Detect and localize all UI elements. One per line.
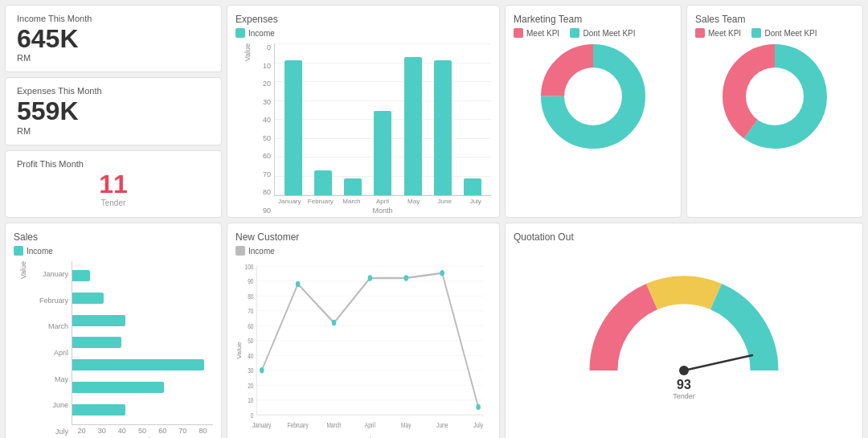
new-customer-title: New Customer bbox=[235, 231, 491, 243]
sales-hbars bbox=[72, 261, 213, 425]
x-label-June: June bbox=[429, 198, 461, 205]
hbar-row-3 bbox=[72, 335, 213, 350]
svg-text:Tender: Tender bbox=[673, 392, 695, 399]
svg-text:20: 20 bbox=[248, 382, 253, 390]
bar-1 bbox=[314, 170, 332, 196]
hbar-2 bbox=[72, 315, 125, 326]
x-label-July: July bbox=[460, 198, 491, 205]
quotation-card: Quotation Out bbox=[505, 223, 863, 438]
income-label: Income This Month bbox=[17, 14, 210, 23]
hbar-row-5 bbox=[72, 380, 213, 395]
x-label-January: January bbox=[274, 198, 305, 205]
sales-team-donut-svg bbox=[719, 40, 831, 153]
sales-chart-legend: Income bbox=[14, 246, 53, 256]
sales-meet-label: Meet KPI bbox=[708, 29, 741, 38]
hbar-5 bbox=[72, 382, 164, 393]
bar-col-1 bbox=[314, 43, 332, 195]
quotation-gauge-svg: 93 Tender bbox=[563, 246, 805, 399]
bar-3 bbox=[374, 111, 391, 195]
hbar-x-tick-40: 40 bbox=[118, 427, 126, 435]
expenses-bars-group bbox=[274, 43, 491, 196]
svg-text:0: 0 bbox=[251, 411, 254, 420]
hbar-y-July: July bbox=[31, 428, 68, 436]
expenses-chart-title: Expenses bbox=[235, 14, 491, 25]
hbar-x-tick-50: 50 bbox=[138, 427, 146, 435]
hbar-y-May: May bbox=[31, 375, 68, 383]
sales-chart-legend-label: Income bbox=[27, 247, 53, 256]
expenses-bar-chart: Value 9080706050403020100 JanuaryFebruar… bbox=[235, 43, 491, 215]
sales-dont-label: Dont Meet KPI bbox=[764, 29, 817, 38]
bar-4 bbox=[404, 57, 422, 195]
income-card: Income This Month 645K RM bbox=[5, 5, 222, 72]
expenses-label: Expenses This Month bbox=[17, 86, 210, 96]
profit-card: Profit This Month 11 Tender bbox=[5, 150, 222, 218]
svg-text:10: 10 bbox=[248, 397, 253, 405]
expenses-legend-dot bbox=[235, 28, 245, 38]
hbar-1 bbox=[72, 293, 104, 304]
expenses-unit: RM bbox=[17, 126, 210, 136]
hbar-row-2 bbox=[72, 313, 213, 328]
sales-meet-legend: Meet KPI bbox=[695, 28, 741, 38]
bar-6 bbox=[464, 178, 481, 195]
expenses-value: 559K bbox=[17, 97, 210, 125]
x-label-February: February bbox=[305, 198, 337, 205]
profit-label: Profit This Month bbox=[17, 159, 210, 169]
sales-y-label: Value bbox=[18, 261, 27, 279]
svg-text:April: April bbox=[365, 421, 375, 429]
bar-col-2 bbox=[344, 43, 362, 195]
hbar-row-6 bbox=[72, 403, 213, 417]
hbar-y-March: March bbox=[31, 322, 68, 330]
new-customer-legend-dot bbox=[235, 246, 245, 256]
expenses-x-labels: JanuaryFebruaryMarchAprilMayJuneJuly bbox=[274, 196, 491, 205]
svg-point-30 bbox=[296, 281, 301, 287]
stat-cards-wrapper: Income This Month 645K RM Expenses This … bbox=[5, 5, 222, 218]
svg-text:100: 100 bbox=[245, 263, 254, 271]
svg-text:30: 30 bbox=[248, 367, 253, 375]
marketing-team-card: Marketing Team Meet KPI Dont Meet KPI bbox=[505, 5, 682, 218]
hbar-x-tick-70: 70 bbox=[178, 427, 186, 435]
svg-line-44 bbox=[684, 355, 752, 370]
hbar-row-4 bbox=[72, 358, 213, 372]
svg-text:March: March bbox=[326, 421, 341, 429]
hbar-3 bbox=[72, 337, 121, 348]
sales-meet-dot bbox=[695, 28, 705, 38]
svg-text:50: 50 bbox=[248, 338, 253, 346]
expenses-y-label: Value bbox=[242, 43, 252, 61]
svg-text:80: 80 bbox=[248, 293, 253, 301]
income-unit: RM bbox=[17, 53, 210, 63]
sales-team-chart-title: Sales Team bbox=[695, 14, 854, 25]
expenses-legend-label: Income bbox=[248, 29, 275, 38]
bar-2 bbox=[344, 178, 362, 195]
marketing-meet-dot bbox=[514, 28, 523, 38]
profit-value: 11 bbox=[17, 170, 210, 199]
quotation-title: Quotation Out bbox=[514, 231, 854, 243]
marketing-donut-svg bbox=[537, 40, 649, 153]
hbar-6 bbox=[72, 404, 125, 415]
x-label-May: May bbox=[398, 198, 429, 205]
svg-point-5 bbox=[746, 68, 804, 125]
bar-5 bbox=[434, 60, 452, 195]
marketing-dont-dot bbox=[570, 28, 579, 38]
sales-dont-legend: Dont Meet KPI bbox=[751, 28, 817, 38]
svg-point-35 bbox=[476, 404, 481, 410]
bar-col-3 bbox=[374, 43, 391, 195]
svg-text:May: May bbox=[401, 421, 411, 429]
hbar-y-April: April bbox=[31, 349, 68, 357]
marketing-chart-title: Marketing Team bbox=[514, 14, 673, 25]
x-label-March: March bbox=[336, 198, 367, 205]
bar-col-4 bbox=[404, 43, 422, 195]
hbar-y-June: June bbox=[31, 401, 68, 409]
hbar-x-tick-20: 20 bbox=[78, 427, 86, 435]
svg-point-29 bbox=[260, 367, 264, 373]
income-value: 645K bbox=[17, 25, 210, 53]
new-customer-legend: Income bbox=[235, 246, 275, 256]
svg-point-45 bbox=[679, 366, 689, 375]
sales-hbar-chart: Value JanuaryFebruaryMarchAprilMayJuneJu… bbox=[14, 261, 213, 438]
svg-point-2 bbox=[564, 68, 622, 125]
svg-point-32 bbox=[368, 275, 373, 280]
profit-sub: Tender bbox=[17, 199, 210, 207]
hbar-row-0 bbox=[72, 268, 213, 283]
sales-chart-title: Sales bbox=[14, 231, 213, 243]
new-customer-line-chart: 0 10 20 30 40 50 60 70 80 90 100 bbox=[235, 261, 491, 438]
bar-col-5 bbox=[434, 43, 452, 195]
